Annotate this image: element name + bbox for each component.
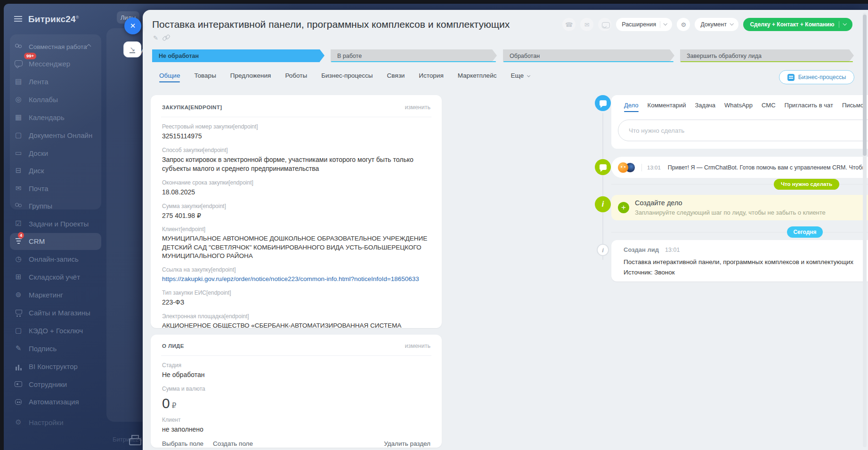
close-slider-button[interactable]: ✕	[124, 17, 141, 34]
lead-title: Поставка интерактивной панели, программн…	[152, 19, 618, 30]
todo-input[interactable]	[618, 120, 868, 141]
delete-section-link[interactable]: Удалить раздел	[384, 440, 430, 448]
edit-pencil-icon[interactable]: ✎	[153, 34, 158, 41]
copy-link-icon[interactable]	[162, 34, 170, 41]
crm-count-badge: 4	[18, 232, 24, 239]
extensions-button[interactable]: Расширения	[616, 18, 672, 31]
add-plus-icon[interactable]: +	[618, 202, 629, 213]
drive-icon: ⊟	[14, 166, 23, 175]
sidebar-item-calendar[interactable]: ▦Календарь	[14, 113, 65, 121]
tab-activity[interactable]: Дело	[624, 102, 639, 109]
dock-arrow-icon: ↘	[130, 46, 135, 53]
sidebar-item-boards[interactable]: ▭Доски	[14, 149, 48, 157]
message-time: 13:01	[647, 165, 661, 170]
chevron-down-icon	[730, 22, 734, 25]
timeline-chat-icon	[595, 159, 611, 175]
tab-more[interactable]: Еще	[511, 72, 529, 79]
tab-comment[interactable]: Комментарий	[648, 102, 686, 109]
menu-toggle-icon[interactable]	[14, 16, 22, 22]
inventory-icon: ⊞	[14, 273, 23, 281]
sidebar-item-sign[interactable]: ✎Подпись	[14, 344, 57, 353]
purchase-url-link[interactable]: https://zakupki.gov.ru/epz/order/notice/…	[162, 275, 430, 283]
entry-source: Источник: Звонок	[624, 269, 675, 276]
scrollbar-thumb[interactable]	[863, 15, 867, 156]
tab-products[interactable]: Товары	[194, 72, 216, 79]
stage-finish-processing[interactable]: Завершить обработку лида	[680, 49, 849, 62]
settings-gear-button[interactable]: ⚙	[677, 18, 690, 31]
chat-icon-button[interactable]	[598, 18, 611, 31]
field-stage: СтадияНе обработан	[162, 362, 430, 379]
sidebar-item-mail[interactable]: ✉Почта	[14, 184, 49, 193]
hint-title: Создайте дело	[635, 199, 682, 207]
sidebar-item-groups[interactable]: Группы	[14, 201, 52, 210]
sidebar-item-tasks[interactable]: ☑Задачи и Проекты	[14, 219, 89, 228]
document-button[interactable]: Документ	[695, 18, 738, 31]
bizproc-icon	[787, 74, 795, 81]
messenger-icon: 99+	[14, 59, 23, 68]
sidebar-item-messenger[interactable]: 99+Мессенджер	[14, 59, 70, 68]
edit-section-link[interactable]: изменить	[405, 104, 430, 111]
create-field-link[interactable]: Создать поле	[213, 440, 253, 448]
lead-created-entry: Создан лид13:01 Поставка интерактивной п…	[611, 240, 868, 281]
todo-quick-pill[interactable]: Что нужно сделать	[774, 179, 839, 190]
tab-links[interactable]: Связи	[387, 72, 405, 79]
field-purchase-link: Ссылка на закупку[endpoint]https://zakup…	[162, 266, 430, 283]
field-plat: Электронная площадка[endpoint]АКЦИОНЕРНО…	[162, 313, 430, 328]
stage-in-progress[interactable]: В работе	[331, 49, 492, 62]
sidebar-item-collabs[interactable]: ◎Коллабы	[14, 95, 58, 104]
chat-bubble-icon	[600, 164, 607, 170]
tab-whatsapp[interactable]: WhatsApp	[724, 102, 753, 109]
field-eis-type: Тип закупки ЕИС[endpoint]223-ФЗ	[162, 289, 430, 307]
tab-invite-chat[interactable]: Пригласить в чат	[785, 102, 833, 109]
sidebar-item-settings[interactable]: ⚙Настройки	[14, 418, 64, 426]
sidebar-item-crm[interactable]: 4CRM	[14, 237, 45, 245]
tab-task[interactable]: Задача	[695, 102, 715, 109]
phone-icon-button[interactable]: ☎	[562, 18, 576, 31]
timeline-log-icon: i	[597, 244, 609, 256]
edit-section-link[interactable]: изменить	[405, 343, 430, 349]
hint-subtitle: Запланируйте следующий шаг по лиду, чтоб…	[635, 209, 826, 216]
divider	[641, 164, 642, 171]
select-field-link[interactable]: Выбрать поле	[162, 440, 203, 448]
collabs-icon: ◎	[14, 95, 23, 104]
screen: Битрикс24® Совместная работа 99+Мессендж…	[0, 0, 868, 450]
create-activity-hint-card[interactable]: + Создайте дело Запланируйте следующий ш…	[611, 195, 868, 220]
sidebar-item-feed[interactable]: ▤Лента	[14, 77, 49, 86]
field-purchase-method: Способ закупки[endpoint]Запрос котировок…	[162, 147, 430, 173]
sidebar-item-booking[interactable]: ◷Онлайн-запись	[14, 255, 79, 263]
tab-bizproc[interactable]: Бизнес-процессы	[321, 72, 373, 79]
field-deadline: Окончание срока закупки[endpoint]18.08.2…	[162, 179, 430, 197]
tab-marketplace[interactable]: Маркетплейс	[458, 72, 497, 79]
printer-icon[interactable]	[128, 434, 140, 446]
chatbot-message-row[interactable]: 13:01 Привет! Я — CrmChatBot. Готов помо…	[611, 157, 868, 178]
message-text: Привет! Я — CrmChatBot. Готов помочь вам…	[668, 164, 868, 171]
mail-icon-button[interactable]: ✉	[580, 18, 593, 31]
gear-icon: ⚙	[14, 418, 23, 426]
tab-history[interactable]: История	[419, 72, 443, 79]
business-process-button[interactable]: Бизнес-процессы	[779, 70, 854, 84]
tab-quotes[interactable]: Предложения	[230, 72, 271, 79]
timeline-composer-card: Дело Комментарий Задача WhatsApp СМС При…	[611, 95, 868, 149]
tab-sms[interactable]: СМС	[762, 102, 775, 109]
chevron-down-icon	[527, 74, 530, 77]
tab-robots[interactable]: Роботы	[285, 72, 307, 79]
today-badge: Сегодня	[787, 226, 823, 238]
sidebar-item-staff[interactable]: Сотрудники	[14, 380, 67, 388]
sign-pen-icon: ✎	[14, 344, 23, 353]
sidebar-item-documents[interactable]: ▢Документы Онлайн	[14, 131, 92, 139]
tab-general[interactable]: Общие	[159, 72, 180, 79]
sidebar-item-sites[interactable]: Сайты и Магазины	[14, 308, 90, 317]
minimize-slider-button[interactable]: ↘	[123, 41, 141, 57]
sidebar-item-bi[interactable]: BI Конструктор	[14, 362, 78, 370]
stage-not-processed[interactable]: Не обработан	[152, 49, 320, 62]
sidebar-group-collab[interactable]: Совместная работа	[14, 42, 95, 51]
sidebar-item-kedo[interactable]: ▢КЭДО + Госключ	[14, 326, 83, 335]
sidebar-item-inventory[interactable]: ⊞Складской учёт	[14, 273, 80, 281]
stage-processed[interactable]: Обработан	[503, 49, 670, 62]
sidebar-item-drive[interactable]: ⊟Диск	[14, 166, 44, 175]
sidebar-item-marketing[interactable]: ⊚Маркетинг	[14, 290, 63, 299]
create-deal-contact-company-button[interactable]: Сделку + Контакт + Компанию	[743, 18, 852, 31]
sidebar-item-automation[interactable]: Автоматизация	[14, 397, 79, 406]
title-tools: ✎	[153, 34, 170, 41]
tab-letter[interactable]: Письмо	[842, 102, 864, 109]
